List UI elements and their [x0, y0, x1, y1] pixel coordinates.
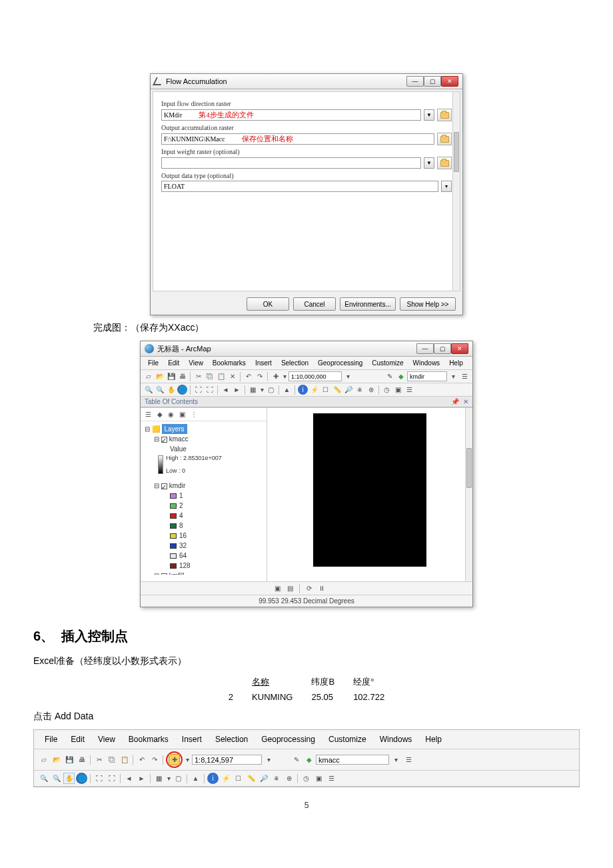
menu-geoprocessing[interactable]: Geoprocessing: [255, 733, 322, 746]
dropdown-arrow[interactable]: ▼: [424, 157, 434, 169]
select-elements-icon[interactable]: ▲: [282, 385, 292, 395]
list-by-drawing-icon[interactable]: ☰: [143, 409, 153, 419]
back-icon[interactable]: ◄: [221, 385, 231, 395]
print-icon[interactable]: 🖶: [76, 754, 87, 765]
menu-windows[interactable]: Windows: [408, 358, 445, 368]
viewer-icon[interactable]: ▣: [313, 773, 324, 784]
menu-customize[interactable]: Customize: [367, 358, 408, 368]
checkbox[interactable]: [161, 437, 167, 443]
environments-button[interactable]: Environments...: [340, 297, 396, 311]
go-icon[interactable]: ◆: [396, 371, 406, 381]
find-route-icon[interactable]: ⛯: [354, 385, 364, 395]
output-acc-field[interactable]: F:\KUNMING\KMacc 保存位置和名称: [161, 133, 434, 145]
menu-bookmarks[interactable]: Bookmarks: [122, 733, 175, 746]
layer-kmacc[interactable]: kmacc: [169, 435, 189, 443]
zoom-out-icon[interactable]: 🔍: [51, 773, 62, 784]
add-data-icon[interactable]: ✚: [169, 754, 180, 765]
redo-icon[interactable]: ↷: [149, 754, 160, 765]
menu-selection[interactable]: Selection: [277, 358, 313, 368]
back-icon[interactable]: ◄: [123, 773, 135, 784]
menu-edit[interactable]: Edit: [163, 358, 184, 368]
pan-icon[interactable]: ✋: [63, 773, 75, 784]
map-view[interactable]: [267, 408, 472, 581]
list-by-source-icon[interactable]: ◆: [155, 409, 165, 419]
fixed-zoom-out-icon[interactable]: ⛶: [106, 773, 117, 784]
close-button[interactable]: ✕: [451, 343, 468, 354]
time-slider-icon[interactable]: ◷: [382, 385, 392, 395]
time-slider-icon[interactable]: ◷: [301, 773, 312, 784]
menu-geoprocessing[interactable]: Geoprocessing: [313, 358, 367, 368]
list-by-visibility-icon[interactable]: ◉: [166, 409, 176, 419]
hyperlink-icon[interactable]: ⚡: [220, 773, 231, 784]
forward-icon[interactable]: ►: [232, 385, 242, 395]
chevron-down-icon[interactable]: ▾: [343, 371, 353, 381]
redo-icon[interactable]: ↷: [255, 371, 265, 381]
dropdown-arrow[interactable]: ▾: [441, 181, 452, 192]
ok-button[interactable]: OK: [247, 297, 289, 311]
chevron-down-icon[interactable]: ▾: [263, 754, 275, 765]
layout-view-icon[interactable]: ▤: [285, 583, 295, 593]
copy-icon[interactable]: ⿻: [106, 754, 117, 765]
copy-icon[interactable]: ⿻: [205, 371, 215, 381]
list-icon[interactable]: ☰: [460, 371, 470, 381]
chevron-down-icon[interactable]: ▾: [282, 371, 287, 381]
scrollbar[interactable]: [465, 408, 472, 581]
menu-help[interactable]: Help: [444, 358, 468, 368]
menu-help[interactable]: Help: [418, 733, 448, 746]
editor-icon[interactable]: ✎: [384, 371, 394, 381]
cancel-button[interactable]: Cancel: [293, 297, 336, 311]
fixed-zoom-in-icon[interactable]: ⛶: [193, 385, 203, 395]
data-view-icon[interactable]: ▣: [273, 583, 283, 593]
open-icon[interactable]: 📂: [51, 754, 62, 765]
viewer-icon[interactable]: ▣: [393, 385, 403, 395]
select-elements-icon[interactable]: ▲: [190, 773, 201, 784]
go-to-xy-icon[interactable]: ⊕: [283, 773, 295, 784]
maximize-button[interactable]: ▢: [434, 343, 451, 354]
pin-icon[interactable]: 📌: [451, 398, 459, 405]
select-features-icon[interactable]: ▦: [248, 385, 258, 395]
browse-button-1[interactable]: [437, 109, 452, 121]
scale-input[interactable]: [289, 371, 342, 381]
options-icon[interactable]: ⋮: [189, 409, 199, 419]
minimize-button[interactable]: —: [416, 343, 434, 354]
dropdown-arrow[interactable]: ▼: [424, 109, 434, 121]
find-icon[interactable]: 🔎: [258, 773, 269, 784]
paste-icon[interactable]: 📋: [119, 754, 130, 765]
pan-icon[interactable]: ✋: [166, 385, 176, 395]
save-icon[interactable]: 💾: [166, 371, 176, 381]
chevron-down-icon[interactable]: ▾: [166, 773, 171, 784]
menu-edit[interactable]: Edit: [64, 733, 91, 746]
scrollbar[interactable]: [452, 92, 460, 291]
menu-file[interactable]: File: [38, 733, 64, 746]
hyperlink-icon[interactable]: ⚡: [309, 385, 319, 395]
arcmap-titlebar[interactable]: 无标题 - ArcMap — ▢ ✕: [141, 341, 472, 357]
html-popup-icon[interactable]: ☐: [320, 385, 330, 395]
add-data-icon[interactable]: ✚: [271, 371, 281, 381]
checkbox[interactable]: [161, 573, 167, 575]
pause-icon[interactable]: ⏸: [316, 583, 326, 593]
menu-file[interactable]: File: [143, 358, 163, 368]
menu-insert[interactable]: Insert: [175, 733, 209, 746]
menu-insert[interactable]: Insert: [251, 358, 277, 368]
fixed-zoom-in-icon[interactable]: ⛶: [93, 773, 105, 784]
menu-selection[interactable]: Selection: [209, 733, 255, 746]
chevron-down-icon[interactable]: ▾: [448, 371, 458, 381]
cut-icon[interactable]: ✂: [193, 371, 203, 381]
menu-view[interactable]: View: [91, 733, 122, 746]
menu-view[interactable]: View: [184, 358, 208, 368]
paste-icon[interactable]: 📋: [216, 371, 226, 381]
list-icon[interactable]: ☰: [403, 754, 414, 765]
chevron-down-icon[interactable]: ▾: [259, 385, 265, 395]
measure-icon[interactable]: 📏: [332, 385, 342, 395]
go-to-xy-icon[interactable]: ⊕: [366, 385, 376, 395]
undo-icon[interactable]: ↶: [136, 754, 147, 765]
dialog-titlebar[interactable]: Flow Accumulation — ▢ ✕: [151, 74, 462, 89]
scale-input[interactable]: [192, 755, 262, 765]
layer-kmdir[interactable]: kmdir: [169, 482, 185, 489]
list-by-selection-icon[interactable]: ▣: [177, 409, 187, 419]
forward-icon[interactable]: ►: [136, 773, 147, 784]
find-route-icon[interactable]: ⛯: [271, 773, 282, 784]
toolbar-options-icon[interactable]: ☰: [404, 385, 414, 395]
input-flowdir-field[interactable]: KMdir 第4步生成的文件: [161, 109, 421, 121]
layer-combo[interactable]: [407, 371, 447, 381]
